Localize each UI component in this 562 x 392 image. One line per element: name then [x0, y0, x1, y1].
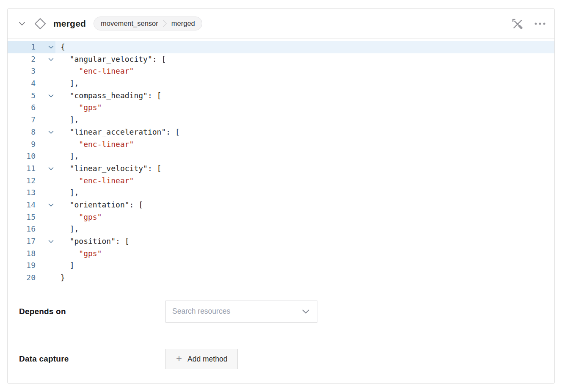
code-line[interactable]: 2 "angular_velocity": [: [8, 53, 554, 66]
code-line-content[interactable]: ],: [55, 77, 554, 90]
line-gutter: 3: [8, 65, 55, 77]
code-line-content[interactable]: "gps": [55, 211, 554, 224]
fold-chevron-icon[interactable]: [36, 45, 55, 49]
fold-chevron-icon[interactable]: [36, 94, 55, 98]
code-line[interactable]: 12 "enc-linear": [8, 175, 554, 187]
resource-title: merged: [53, 19, 86, 29]
code-line-content[interactable]: "linear_velocity": [: [55, 163, 554, 175]
code-line-content[interactable]: "position": [: [55, 235, 554, 248]
line-number: 15: [8, 211, 36, 224]
line-gutter: 12: [8, 175, 55, 187]
code-line-content[interactable]: ],: [55, 223, 554, 235]
breadcrumb: movement_sensor merged: [94, 17, 202, 30]
code-line-content[interactable]: "enc-linear": [55, 65, 554, 77]
code-line[interactable]: 19 ]: [8, 259, 554, 272]
line-gutter: 14: [8, 199, 55, 211]
code-line-content[interactable]: "linear_acceleration": [: [55, 126, 554, 138]
code-line-content[interactable]: "gps": [55, 102, 554, 114]
code-line-content[interactable]: ],: [55, 187, 554, 199]
code-line[interactable]: 15 "gps": [8, 211, 554, 224]
code-line[interactable]: 9 "enc-linear": [8, 138, 554, 151]
fold-chevron-icon[interactable]: [36, 240, 55, 243]
component-diamond-icon: [34, 17, 47, 30]
code-line-content[interactable]: "enc-linear": [55, 175, 554, 187]
line-gutter: 1: [8, 41, 55, 53]
line-gutter: 11: [8, 163, 55, 175]
code-line[interactable]: 6 "gps": [8, 102, 554, 114]
code-line[interactable]: 3 "enc-linear": [8, 65, 554, 77]
depends-on-label: Depends on: [19, 307, 165, 316]
code-line[interactable]: 16 ],: [8, 223, 554, 235]
line-number: 14: [8, 199, 36, 211]
line-gutter: 9: [8, 138, 55, 151]
line-gutter: 16: [8, 223, 55, 235]
code-line[interactable]: 14 "orientation": [: [8, 199, 554, 211]
code-line-content[interactable]: ]: [55, 259, 554, 272]
line-gutter: 10: [8, 150, 55, 163]
add-method-label: Add method: [187, 355, 227, 364]
line-gutter: 8: [8, 126, 55, 138]
fold-chevron-icon[interactable]: [36, 203, 55, 207]
code-line-content[interactable]: }: [55, 272, 554, 284]
code-line[interactable]: 4 ],: [8, 77, 554, 90]
code-editor[interactable]: 1 { 2 "angular_velocity": [ 3 "enc-linea…: [8, 39, 554, 288]
search-resources-select[interactable]: Search resources: [165, 301, 317, 323]
header-actions: [511, 18, 546, 30]
code-line[interactable]: 18 "gps": [8, 248, 554, 260]
code-line[interactable]: 7 ],: [8, 114, 554, 126]
chevron-right-icon: [163, 20, 167, 27]
code-line-content[interactable]: "orientation": [: [55, 199, 554, 211]
fold-chevron-icon[interactable]: [36, 58, 55, 61]
depends-on-section: Depends on Search resources: [8, 288, 554, 335]
line-number: 4: [8, 77, 36, 90]
line-number: 10: [8, 150, 36, 163]
code-line[interactable]: 17 "position": [: [8, 235, 554, 248]
code-line-content[interactable]: "angular_velocity": [: [55, 53, 554, 66]
code-line-content[interactable]: "compass_heading": [: [55, 90, 554, 102]
line-gutter: 2: [8, 53, 55, 66]
line-gutter: 7: [8, 114, 55, 126]
line-number: 18: [8, 248, 36, 260]
add-method-button[interactable]: + Add method: [165, 349, 238, 369]
chevron-down-icon: [302, 309, 309, 314]
fold-chevron-icon[interactable]: [36, 167, 55, 171]
code-line[interactable]: 5 "compass_heading": [: [8, 90, 554, 102]
code-line-content[interactable]: ],: [55, 114, 554, 126]
fold-chevron-icon[interactable]: [36, 130, 55, 134]
code-line-content[interactable]: {: [55, 41, 554, 53]
line-number: 8: [8, 126, 36, 138]
plus-icon: +: [176, 353, 182, 364]
line-gutter: 4: [8, 77, 55, 90]
line-gutter: 17: [8, 235, 55, 248]
line-number: 5: [8, 90, 36, 102]
resource-card: merged movement_sensor merged: [7, 8, 555, 384]
collapse-chevron-icon[interactable]: [19, 22, 25, 26]
code-line[interactable]: 1 {: [8, 41, 554, 53]
code-line[interactable]: 13 ],: [8, 187, 554, 199]
line-number: 20: [8, 272, 36, 284]
card-header: merged movement_sensor merged: [8, 9, 554, 39]
code-line[interactable]: 10 ],: [8, 150, 554, 163]
line-number: 1: [8, 41, 36, 53]
line-gutter: 19: [8, 259, 55, 272]
line-number: 13: [8, 187, 36, 199]
line-gutter: 5: [8, 90, 55, 102]
line-gutter: 15: [8, 211, 55, 224]
line-number: 2: [8, 53, 36, 66]
breadcrumb-type: movement_sensor: [101, 19, 158, 28]
code-line[interactable]: 20 }: [8, 272, 554, 284]
line-number: 17: [8, 235, 36, 248]
line-number: 3: [8, 65, 36, 77]
line-gutter: 13: [8, 187, 55, 199]
code-line-content[interactable]: "gps": [55, 248, 554, 260]
line-gutter: 18: [8, 248, 55, 260]
code-line-content[interactable]: ],: [55, 150, 554, 163]
line-gutter: 20: [8, 272, 55, 284]
tools-icon[interactable]: [511, 18, 523, 30]
ellipsis-menu-icon[interactable]: [534, 18, 546, 30]
line-number: 6: [8, 102, 36, 114]
code-line[interactable]: 8 "linear_acceleration": [: [8, 126, 554, 138]
code-line[interactable]: 11 "linear_velocity": [: [8, 163, 554, 175]
code-line-content[interactable]: "enc-linear": [55, 138, 554, 151]
line-gutter: 6: [8, 102, 55, 114]
